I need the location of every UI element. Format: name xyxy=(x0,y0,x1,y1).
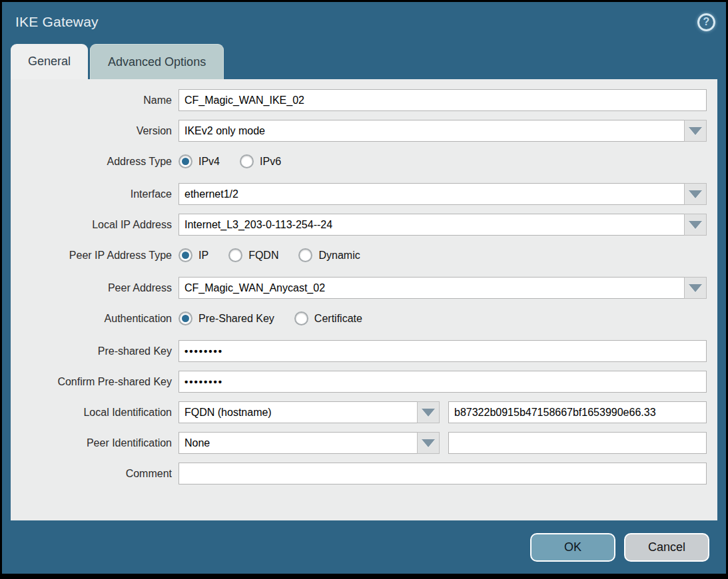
address-type-label: Address Type xyxy=(11,156,179,168)
local-identification-type-value[interactable]: FQDN (hostname) xyxy=(179,401,418,423)
local-ip-address-dropdown-button[interactable] xyxy=(684,214,707,236)
chevron-down-icon xyxy=(689,221,702,229)
radio-button-icon xyxy=(179,311,192,325)
radio-button-icon xyxy=(294,311,308,325)
tab-general[interactable]: General xyxy=(11,44,88,79)
local-ip-address-select-value[interactable]: Internet_L3_203-0-113-254--24 xyxy=(179,214,685,236)
chevron-down-icon xyxy=(689,190,702,198)
dialog-footer: OK Cancel xyxy=(2,520,726,574)
help-icon[interactable]: ? xyxy=(697,13,715,31)
version-label: Version xyxy=(11,125,179,137)
comment-label: Comment xyxy=(11,468,179,480)
peer-identification-dropdown-button[interactable] xyxy=(417,432,440,454)
peer-identification-type-value[interactable]: None xyxy=(179,432,418,454)
radio-label: IPv6 xyxy=(260,156,281,168)
authentication-label: Authentication xyxy=(11,313,179,325)
version-dropdown-button[interactable] xyxy=(684,120,707,142)
address-type-radio-ipv6[interactable]: IPv6 xyxy=(240,154,281,168)
local-identification-row: Local Identification FQDN (hostname) b87… xyxy=(11,401,707,423)
radio-button-icon xyxy=(179,248,192,262)
radio-button-icon xyxy=(298,248,312,262)
peer-ip-type-radio-dynamic[interactable]: Dynamic xyxy=(298,248,360,262)
radio-button-icon xyxy=(240,154,254,168)
local-identification-value-input[interactable]: b87322b0915b47158667bf1653990e66.33 xyxy=(448,401,707,423)
chevron-down-icon xyxy=(689,127,702,135)
interface-select: ethernet1/2 xyxy=(179,183,707,205)
chevron-down-icon xyxy=(689,284,702,292)
chevron-down-icon xyxy=(422,409,435,417)
local-identification-label: Local Identification xyxy=(11,407,179,419)
name-row: Name CF_Magic_WAN_IKE_02 xyxy=(11,89,707,111)
pre-shared-key-label: Pre-shared Key xyxy=(11,345,179,357)
local-identification-type-select: FQDN (hostname) xyxy=(179,401,440,423)
pre-shared-key-row: Pre-shared Key •••••••• xyxy=(11,340,707,362)
interface-dropdown-button[interactable] xyxy=(684,183,707,205)
authentication-radio-pre-shared-key[interactable]: Pre-Shared Key xyxy=(179,311,274,325)
radio-label: Certificate xyxy=(314,313,362,325)
radio-label: Dynamic xyxy=(318,250,360,262)
version-select: IKEv2 only mode xyxy=(179,120,707,142)
radio-label: IPv4 xyxy=(198,156,220,168)
local-identification-dropdown-button[interactable] xyxy=(417,401,440,423)
confirm-pre-shared-key-input[interactable]: •••••••• xyxy=(179,371,707,393)
peer-identification-row: Peer Identification None xyxy=(11,432,707,454)
radio-button-icon xyxy=(179,154,192,168)
ike-gateway-dialog: IKE Gateway ? General Advanced Options N… xyxy=(0,0,728,579)
radio-label: IP xyxy=(198,250,208,262)
general-tab-panel: Name CF_Magic_WAN_IKE_02 Version IKEv2 o… xyxy=(11,79,717,520)
local-ip-address-row: Local IP Address Internet_L3_203-0-113-2… xyxy=(11,214,707,236)
dialog-title: IKE Gateway xyxy=(15,14,99,30)
peer-ip-address-type-label: Peer IP Address Type xyxy=(11,250,179,262)
peer-identification-label: Peer Identification xyxy=(11,437,179,449)
version-select-value[interactable]: IKEv2 only mode xyxy=(179,120,685,142)
comment-row: Comment xyxy=(11,463,707,484)
peer-address-dropdown-button[interactable] xyxy=(684,277,707,299)
peer-address-row: Peer Address CF_Magic_WAN_Anycast_02 xyxy=(11,277,707,299)
peer-ip-type-radio-ip[interactable]: IP xyxy=(179,248,208,262)
address-type-row: Address Type IPv4 IPv6 xyxy=(11,150,707,172)
address-type-radio-ipv4[interactable]: IPv4 xyxy=(179,154,220,168)
peer-ip-address-type-row: Peer IP Address Type IP FQDN Dynamic xyxy=(11,244,707,266)
peer-identification-type-select: None xyxy=(179,432,440,454)
cancel-button[interactable]: Cancel xyxy=(624,533,709,562)
chevron-down-icon xyxy=(422,439,435,447)
interface-label: Interface xyxy=(11,188,179,200)
ok-button[interactable]: OK xyxy=(530,533,615,562)
tab-bar: General Advanced Options xyxy=(2,42,726,79)
authentication-radio-certificate[interactable]: Certificate xyxy=(294,311,362,325)
interface-select-value[interactable]: ethernet1/2 xyxy=(179,183,685,205)
radio-label: Pre-Shared Key xyxy=(198,313,274,325)
version-row: Version IKEv2 only mode xyxy=(11,120,707,142)
local-ip-address-select: Internet_L3_203-0-113-254--24 xyxy=(179,214,707,236)
peer-identification-value-input[interactable] xyxy=(448,432,707,454)
interface-row: Interface ethernet1/2 xyxy=(11,183,707,205)
confirm-pre-shared-key-row: Confirm Pre-shared Key •••••••• xyxy=(11,371,707,393)
radio-label: FQDN xyxy=(248,250,278,262)
tab-advanced-options-label: Advanced Options xyxy=(108,55,206,69)
name-input[interactable]: CF_Magic_WAN_IKE_02 xyxy=(179,89,707,111)
authentication-row: Authentication Pre-Shared Key Certificat… xyxy=(11,307,707,329)
radio-button-icon xyxy=(228,248,242,262)
name-label: Name xyxy=(11,95,179,106)
confirm-pre-shared-key-label: Confirm Pre-shared Key xyxy=(11,376,179,388)
tab-general-label: General xyxy=(28,55,71,69)
title-bar: IKE Gateway ? xyxy=(2,2,726,42)
pre-shared-key-input[interactable]: •••••••• xyxy=(179,340,707,362)
peer-address-select-value[interactable]: CF_Magic_WAN_Anycast_02 xyxy=(179,277,685,299)
peer-address-label: Peer Address xyxy=(11,282,179,294)
comment-input[interactable] xyxy=(179,463,707,484)
peer-address-select: CF_Magic_WAN_Anycast_02 xyxy=(179,277,707,299)
local-ip-address-label: Local IP Address xyxy=(11,219,179,231)
tab-advanced-options[interactable]: Advanced Options xyxy=(90,44,224,79)
peer-ip-type-radio-fqdn[interactable]: FQDN xyxy=(228,248,278,262)
